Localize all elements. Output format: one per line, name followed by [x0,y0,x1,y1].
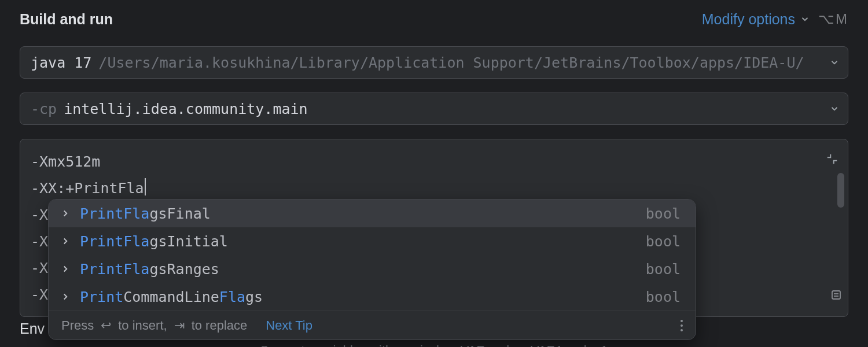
completion-item[interactable]: PrintFlagsFinal bool [49,200,696,227]
tab-key-icon: ⇥ [174,318,185,333]
completion-type: bool [646,205,681,222]
vm-options-line: -Xmx512m [31,149,837,175]
completion-type: bool [646,261,681,278]
text-caret [145,178,146,195]
chevron-down-icon [800,14,810,24]
shortcut-hint: ⌥M [818,11,848,27]
svg-rect-0 [832,291,840,299]
collapse-icon[interactable] [826,147,838,174]
section-header: Build and run Modify options ⌥M [20,6,848,32]
chevron-right-icon [60,208,71,219]
chevron-right-icon [60,264,71,274]
section-title: Build and run [20,11,113,28]
chevron-down-icon [829,57,840,68]
more-menu-icon[interactable] [681,320,683,331]
modify-options-label: Modify options [702,11,795,28]
completion-item[interactable]: PrintFlagsRanges bool [49,255,696,283]
jdk-name: java 17 [31,54,91,71]
modify-options-link[interactable]: Modify options [702,11,810,28]
completion-item[interactable]: PrintCommandLineFlags bool [49,283,696,311]
chevron-right-icon [60,291,71,302]
enter-key-icon: ↩ [101,318,111,333]
chevron-right-icon [60,236,71,246]
classpath-flag: -cp [31,101,57,117]
classpath-field[interactable]: -cp intellij.idea.community.main [20,93,848,125]
expand-list-icon[interactable] [829,284,843,311]
next-tip-link[interactable]: Next Tip [266,318,312,333]
classpath-value: intellij.idea.community.main [64,101,307,117]
completion-type: bool [646,289,681,305]
scrollbar-thumb[interactable] [837,173,844,208]
vm-options-line: -XX:+PrintFla [31,175,837,202]
jdk-path: /Users/maria.kosukhina/Library/Applicati… [98,54,837,71]
env-vars-label-partial: Env [20,320,45,337]
completion-type: bool [646,233,681,250]
completion-footer: Press ↩ to insert, ⇥ to replace Next Tip [49,311,696,339]
chevron-down-icon [829,104,840,114]
completion-item[interactable]: PrintFlagsInitial bool [49,227,696,255]
code-completion-popup: PrintFlagsFinal bool PrintFlagsInitial b… [48,199,696,340]
env-vars-hint: Separate variables with semicolon: VAR=v… [20,343,848,347]
jdk-select-field[interactable]: java 17 /Users/maria.kosukhina/Library/A… [20,46,848,79]
